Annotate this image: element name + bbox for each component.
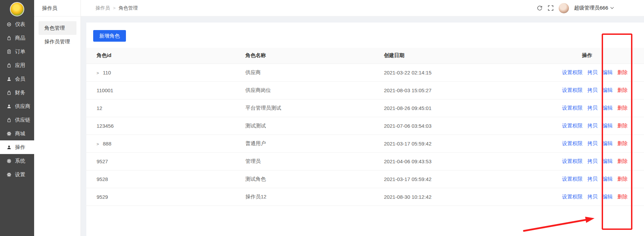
sidebar-item-system[interactable]: 系统 — [0, 154, 34, 168]
table-row-110001: 110001 供应商岗位 2021-08-03 15:05:27 设置权限拷贝编… — [86, 81, 644, 99]
col-role-id: 角色id — [86, 48, 245, 64]
action-set-permissions[interactable]: 设置权限 — [562, 140, 583, 146]
action-edit[interactable]: 编辑 — [602, 87, 613, 93]
user-avatar[interactable] — [559, 3, 569, 13]
submenu-title: 操作员 — [34, 0, 81, 16]
primary-sidebar: 仪表 商品 订单 应用 会员 财务 供应商 供应链 商城 操作 系统 设置 — [0, 0, 34, 236]
gear-icon — [6, 158, 12, 164]
expand-row-icon[interactable]: > — [97, 71, 99, 75]
action-delete[interactable]: 删除 — [617, 69, 628, 75]
app-logo — [10, 2, 24, 16]
sidebar-item-label: 供应链 — [15, 117, 30, 123]
action-delete[interactable]: 删除 — [617, 87, 628, 93]
table-row-9528: 9528 测试角色 2021-03-17 05:59:42 设置权限拷贝编辑删除 — [86, 170, 644, 188]
sidebar-item-label: 会员 — [15, 76, 25, 82]
role-id-cell: 9529 — [97, 194, 108, 200]
created-date-cell: 2021-07-06 03:54:03 — [384, 117, 557, 135]
sidebar-item-apps[interactable]: 应用 — [0, 58, 34, 72]
action-set-permissions[interactable]: 设置权限 — [562, 158, 583, 164]
role-name-cell: 普通用户 — [245, 135, 384, 152]
sidebar-item-label: 操作 — [15, 144, 25, 151]
refresh-icon[interactable] — [537, 5, 543, 11]
action-copy[interactable]: 拷贝 — [587, 194, 598, 199]
action-delete[interactable]: 删除 — [617, 123, 628, 128]
action-set-permissions[interactable]: 设置权限 — [562, 69, 583, 75]
action-edit[interactable]: 编辑 — [602, 176, 613, 182]
sidebar-item-members[interactable]: 会员 — [0, 72, 34, 86]
gauge-icon — [6, 22, 12, 27]
sidebar-item-mall[interactable]: 商城 — [0, 127, 34, 140]
table-row-123456: 123456 测试测试 2021-07-06 03:54:03 设置权限拷贝编辑… — [86, 117, 644, 135]
sidebar-item-finance[interactable]: 财务 — [0, 86, 34, 99]
action-edit[interactable]: 编辑 — [602, 140, 613, 146]
sidebar-item-dashboard[interactable]: 仪表 — [0, 17, 34, 31]
user-menu[interactable]: 超级管理员666 — [574, 5, 614, 11]
created-date-cell: 2021-03-17 05:59:42 — [384, 135, 557, 152]
sidebar-item-settings[interactable]: 设置 — [0, 168, 34, 181]
sidebar-item-label: 订单 — [15, 48, 25, 55]
action-delete[interactable]: 删除 — [617, 140, 628, 146]
sidebar-item-label: 仪表 — [15, 21, 25, 28]
submenu-item-role-management[interactable]: 角色管理 — [39, 21, 76, 35]
expand-row-icon[interactable]: > — [97, 142, 99, 147]
sidebar-item-operations[interactable]: 操作 — [0, 140, 34, 154]
action-edit[interactable]: 编辑 — [602, 123, 613, 128]
primary-nav: 仪表 商品 订单 应用 会员 财务 供应商 供应链 商城 操作 系统 设置 — [0, 17, 34, 181]
main-content: 新增角色 角色id 角色名称 创建日期 操作 >110 供应商 2021-03-… — [81, 16, 644, 236]
bag-icon — [6, 90, 12, 95]
fullscreen-icon[interactable] — [548, 5, 554, 11]
action-edit[interactable]: 编辑 — [602, 194, 613, 199]
action-delete[interactable]: 删除 — [617, 194, 628, 199]
bag-icon — [6, 117, 12, 123]
table-row-9529: 9529 操作员12 2021-08-30 10:12:42 设置权限拷贝编辑删… — [86, 188, 644, 206]
bag-icon — [6, 63, 12, 68]
table-row-12: 12 平台管理员测试 2021-08-26 09:45:01 设置权限拷贝编辑删… — [86, 99, 644, 117]
action-set-permissions[interactable]: 设置权限 — [562, 176, 583, 182]
action-copy[interactable]: 拷贝 — [587, 176, 598, 182]
sidebar-item-supply-chain[interactable]: 供应链 — [0, 113, 34, 127]
submenu-item-label: 角色管理 — [44, 25, 65, 31]
action-copy[interactable]: 拷贝 — [587, 69, 598, 75]
role-name-cell: 测试角色 — [245, 170, 384, 188]
row-actions: 设置权限拷贝编辑删除 — [557, 64, 644, 81]
action-set-permissions[interactable]: 设置权限 — [562, 87, 583, 93]
role-name-cell: 供应商 — [245, 64, 384, 81]
role-name-cell: 平台管理员测试 — [245, 99, 384, 117]
created-date-cell: 2021-08-26 09:45:01 — [384, 99, 557, 117]
sidebar-item-goods[interactable]: 商品 — [0, 31, 34, 45]
role-name-cell: 操作员12 — [245, 188, 384, 206]
action-copy[interactable]: 拷贝 — [587, 87, 598, 93]
action-set-permissions[interactable]: 设置权限 — [562, 123, 583, 128]
action-set-permissions[interactable]: 设置权限 — [562, 194, 583, 199]
add-role-button[interactable]: 新增角色 — [93, 30, 126, 42]
action-copy[interactable]: 拷贝 — [587, 123, 598, 128]
sidebar-item-orders[interactable]: 订单 — [0, 45, 34, 58]
roles-table: 角色id 角色名称 创建日期 操作 >110 供应商 2021-03-22 02… — [86, 48, 644, 206]
action-copy[interactable]: 拷贝 — [587, 105, 598, 111]
action-edit[interactable]: 编辑 — [602, 158, 613, 164]
sidebar-item-label: 系统 — [15, 158, 25, 164]
breadcrumb: 操作员 > 角色管理 — [96, 5, 138, 11]
action-copy[interactable]: 拷贝 — [587, 158, 598, 164]
user-icon — [6, 77, 12, 82]
action-copy[interactable]: 拷贝 — [587, 140, 598, 146]
col-role-name: 角色名称 — [245, 48, 384, 64]
action-delete[interactable]: 删除 — [617, 158, 628, 164]
submenu-items: 角色管理操作员管理 — [34, 16, 81, 48]
row-actions: 设置权限拷贝编辑删除 — [557, 99, 644, 117]
action-edit[interactable]: 编辑 — [602, 105, 613, 111]
submenu-item-operator-management[interactable]: 操作员管理 — [39, 35, 76, 48]
created-date-cell: 2021-03-17 05:59:42 — [384, 170, 557, 188]
action-delete[interactable]: 删除 — [617, 176, 628, 182]
sidebar-item-label: 财务 — [15, 89, 25, 96]
submenu-item-label: 操作员管理 — [44, 39, 70, 44]
role-id-cell: 9527 — [97, 158, 108, 164]
bag-icon — [6, 36, 12, 41]
action-edit[interactable]: 编辑 — [602, 69, 613, 75]
role-id-cell: 12 — [97, 105, 102, 111]
user-name-label: 超级管理员666 — [574, 5, 608, 11]
sidebar-item-suppliers[interactable]: 供应商 — [0, 99, 34, 113]
breadcrumb-item-parent[interactable]: 操作员 — [96, 5, 110, 11]
action-delete[interactable]: 删除 — [617, 105, 628, 111]
action-set-permissions[interactable]: 设置权限 — [562, 105, 583, 111]
